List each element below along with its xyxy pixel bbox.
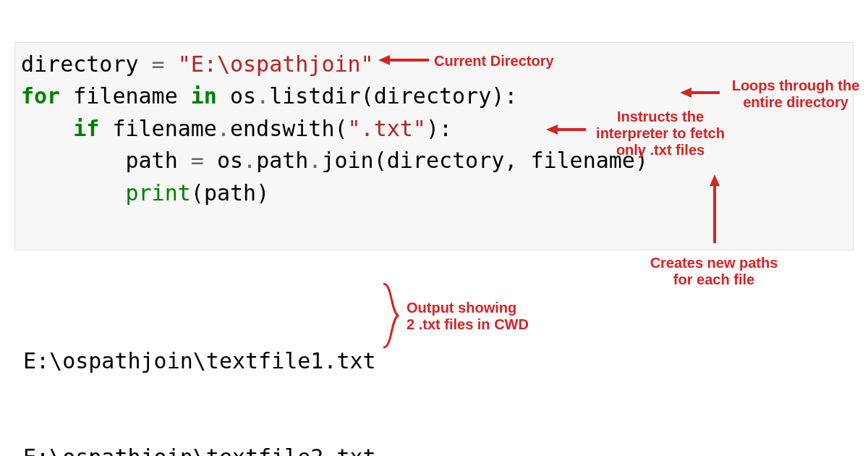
label-instructs-l2: interpreter to fetch [584,125,736,142]
paren-colon: ): [491,83,517,109]
sp [60,83,73,109]
var-path: path [126,148,178,173]
fn-print: print [126,180,191,206]
canvas: directory = "E:\ospathjoin" for filename… [0,0,868,456]
indent [21,116,73,141]
label-output: Output showing 2 .txt files in CWD [407,300,529,333]
label-instructs: Instructs the interpreter to fetch only … [584,109,736,159]
label-creates-l2: for each file [638,271,790,288]
label-instructs-l3: only .txt files [584,142,736,159]
code-line-5: print(path) [21,177,853,209]
label-current-dir: Current Directory [434,53,554,69]
indent3 [21,180,126,206]
fn-listdir: listdir [269,83,360,109]
label-loops-l2: entire directory [723,94,868,111]
op-dot3: . [243,148,256,173]
var-directory: directory [21,51,139,77]
mod-os: os [230,83,256,109]
str-txt: ".txt" [348,116,426,141]
kw-if: if [73,116,99,141]
paren-colon2: ): [426,116,452,141]
label-loops: Loops through the entire directory [723,77,868,111]
mod-os2: os [217,148,243,173]
brace-output [382,281,404,350]
var-filename: filename [73,83,178,109]
paren: ( [361,83,374,109]
label-instructs-l1: Instructs the [584,109,736,125]
paren3: ( [374,148,387,173]
label-output-l2: 2 .txt files in CWD [407,316,529,333]
output-line-2: E:\ospathjoin\textfile2.txt [23,442,376,456]
sp [99,116,112,141]
sp [217,83,230,109]
label-creates-l1: Creates new paths [638,255,790,271]
label-loops-l1: Loops through the [723,77,868,94]
comma: , [504,148,530,173]
label-creates: Creates new paths for each file [638,255,790,288]
op-eq2: = [178,148,217,173]
paren4: ( [191,180,204,206]
arg-directory: directory [374,83,492,109]
indent2 [21,148,126,173]
op-eq: = [139,51,178,77]
paren2: ( [335,116,348,141]
arg-dir: directory [387,148,505,173]
fn-endswith: endswith [230,116,335,141]
arg-path: path [204,180,256,206]
label-output-l1: Output showing [407,300,529,316]
paren4c: ) [256,180,269,206]
var-filename2: filename [112,116,217,141]
op-dot4: . [308,148,321,173]
op-dot2: . [217,116,230,141]
output-block: E:\ospathjoin\textfile1.txt E:\ospathjoi… [23,281,376,456]
kw-for: for [21,83,60,109]
fn-join: join [321,148,373,173]
sub-path: path [256,148,308,173]
kw-in: in [191,83,217,109]
output-line-1: E:\ospathjoin\textfile1.txt [23,345,376,377]
op-dot: . [256,83,269,109]
str-path: "E:\ospathjoin" [178,51,374,77]
sp [178,83,191,109]
